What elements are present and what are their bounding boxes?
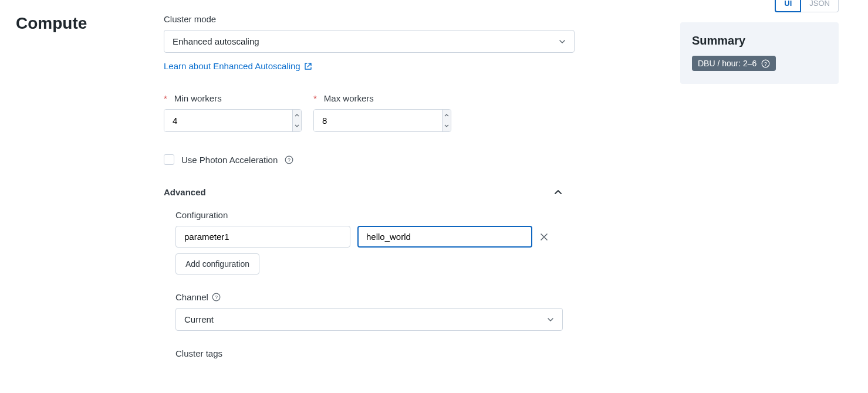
photon-checkbox[interactable]	[164, 154, 174, 165]
max-workers-stepper[interactable]	[442, 110, 451, 131]
channel-label: Channel	[175, 292, 208, 302]
svg-text:?: ?	[288, 157, 291, 163]
add-configuration-button[interactable]: Add configuration	[175, 253, 259, 275]
stepper-up-icon[interactable]	[293, 110, 301, 121]
configuration-label: Configuration	[175, 210, 575, 220]
cluster-mode-select[interactable]: Enhanced autoscaling	[164, 30, 575, 53]
page-title: Compute	[16, 14, 87, 33]
cluster-mode-value: Enhanced autoscaling	[173, 36, 259, 46]
min-workers-input-wrapper	[164, 109, 302, 132]
channel-value: Current	[184, 314, 214, 324]
advanced-title: Advanced	[164, 187, 206, 197]
max-workers-input-wrapper	[313, 109, 451, 132]
view-toggle: UI JSON	[775, 0, 839, 12]
chevron-down-icon	[547, 316, 554, 323]
close-icon[interactable]	[539, 232, 549, 242]
summary-title: Summary	[692, 34, 827, 48]
dbu-badge: DBU / hour: 2–6 ?	[692, 56, 776, 71]
dbu-text: DBU / hour: 2–6	[698, 59, 756, 68]
config-key-input[interactable]	[175, 226, 350, 248]
svg-text:?: ?	[764, 61, 767, 67]
cluster-tags-label: Cluster tags	[175, 348, 575, 358]
learn-autoscaling-text: Learn about Enhanced Autoscaling	[164, 61, 300, 71]
stepper-up-icon[interactable]	[443, 110, 451, 121]
cluster-mode-label: Cluster mode	[164, 14, 575, 24]
json-view-button[interactable]: JSON	[801, 0, 839, 12]
help-icon[interactable]: ?	[761, 59, 770, 68]
max-workers-label: Max workers	[313, 93, 451, 103]
advanced-toggle[interactable]: Advanced	[164, 187, 563, 197]
summary-panel: Summary DBU / hour: 2–6 ?	[680, 22, 839, 84]
max-workers-input[interactable]	[314, 110, 442, 131]
min-workers-input[interactable]	[164, 110, 292, 131]
chevron-up-icon	[553, 188, 563, 197]
config-value-input[interactable]	[357, 226, 532, 248]
chevron-down-icon	[559, 38, 566, 45]
min-workers-label: Min workers	[164, 93, 302, 103]
external-link-icon	[304, 62, 312, 70]
help-icon[interactable]: ?	[212, 293, 221, 301]
photon-label: Use Photon Acceleration	[181, 155, 278, 165]
stepper-down-icon[interactable]	[443, 121, 451, 132]
channel-select[interactable]: Current	[175, 308, 563, 331]
svg-text:?: ?	[215, 294, 218, 300]
stepper-down-icon[interactable]	[293, 121, 301, 132]
min-workers-stepper[interactable]	[292, 110, 301, 131]
help-icon[interactable]: ?	[285, 155, 293, 164]
ui-view-button[interactable]: UI	[775, 0, 801, 12]
learn-autoscaling-link[interactable]: Learn about Enhanced Autoscaling	[164, 61, 312, 71]
